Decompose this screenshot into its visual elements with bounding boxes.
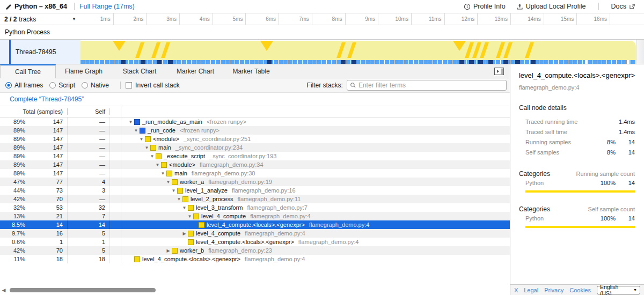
category-square: [188, 239, 194, 245]
collapse-icon[interactable]: ▼: [170, 188, 177, 193]
invert-call-stack-checkbox[interactable]: [126, 82, 132, 88]
row-total-samples: 147: [28, 117, 68, 126]
call-tree-row[interactable]: 47%774▼worker_aflamegraph_demo.py:19: [0, 178, 510, 186]
call-tree-row[interactable]: 8.5%1414level_4_compute.<locals>.<genexp…: [0, 220, 510, 229]
row-total-samples: 73: [28, 186, 68, 195]
call-node: level_4_compute.<locals>.<genexpr>flameg…: [121, 256, 510, 262]
full-range-link[interactable]: Full Range (17ms): [79, 3, 135, 10]
detail-label: Traced self time: [525, 129, 594, 135]
collapse-icon[interactable]: ▼: [138, 137, 145, 142]
language-select[interactable]: English (US) ▼: [597, 286, 640, 294]
docs-button[interactable]: Docs: [608, 3, 639, 10]
collapse-icon[interactable]: ▼: [143, 145, 150, 150]
footer-bar: XLegalPrivacyCookies English (US) ▼: [510, 284, 644, 295]
footer-link-privacy[interactable]: Privacy: [544, 287, 564, 293]
tab-marker-table[interactable]: Marker Table: [223, 64, 279, 78]
horizontal-scrollbar[interactable]: ◀: [0, 286, 513, 294]
collapse-icon[interactable]: ▼: [165, 180, 172, 185]
collapse-icon[interactable]: ▼: [149, 154, 156, 159]
radio-native-label[interactable]: Native: [91, 82, 109, 89]
call-tree-row[interactable]: 11%1818level_4_compute.<locals>.<genexpr…: [0, 255, 510, 263]
activity-graph[interactable]: [80, 41, 636, 60]
footer-link-x[interactable]: X: [514, 287, 518, 293]
row-total-percent: 47%: [0, 178, 28, 186]
marker-slash: [472, 42, 481, 58]
collapse-icon[interactable]: ▼: [175, 197, 182, 202]
collapse-icon[interactable]: ▼: [154, 163, 161, 167]
collapse-icon[interactable]: ▼: [186, 214, 193, 219]
filter-input[interactable]: [358, 82, 503, 89]
sidebar-toggle-button[interactable]: [494, 64, 504, 78]
row-self-samples: 5: [68, 229, 110, 238]
ruler-tick: 7ms: [279, 13, 312, 25]
row-spacer: [110, 143, 121, 152]
radio-script[interactable]: [49, 82, 56, 88]
thread-track[interactable]: Thread-78495: [0, 40, 644, 64]
detail-value: 1.4ms: [616, 129, 635, 135]
upload-profile-button[interactable]: Upload Local Profile: [513, 3, 589, 10]
edit-pencil-icon[interactable]: [5, 3, 12, 10]
scroll-left-arrow-icon[interactable]: ◀: [0, 287, 8, 293]
sample-strip[interactable]: [80, 60, 636, 64]
call-tree-row[interactable]: 89%147—▼_execute_script_sync_coordinator…: [0, 152, 510, 160]
call-tree-row[interactable]: 89%147—▼_run_module_as_main<frozen runpy…: [0, 117, 510, 126]
call-tree-row[interactable]: 44%733▼level_1_analyzeflamegraph_demo.py…: [0, 186, 510, 195]
call-tree-row[interactable]: 89%147—▼main_sync_coordinator.py:234: [0, 143, 510, 152]
collapse-icon[interactable]: ▼: [181, 205, 188, 210]
expand-icon[interactable]: ▶: [165, 248, 172, 253]
footer-link-cookies[interactable]: Cookies: [569, 287, 591, 293]
call-tree-row[interactable]: 9.7%165▶level_4_computeflamegraph_demo.p…: [0, 229, 510, 238]
column-header-self[interactable]: Self: [68, 108, 110, 115]
file-location: flamegraph_demo.py:11: [238, 196, 301, 202]
track-count-dropdown[interactable]: 2 / 2 tracks ▼: [0, 13, 80, 25]
call-node: ▼_run_code<frozen runpy>: [121, 127, 510, 134]
call-tree-row[interactable]: 89%147—▼mainflamegraph_demo.py:30: [0, 169, 510, 178]
expand-icon[interactable]: ▶: [181, 231, 188, 236]
collapse-icon[interactable]: ▼: [127, 120, 134, 124]
tab-marker-chart[interactable]: Marker Chart: [167, 64, 223, 78]
tab-call-tree[interactable]: Call Tree: [0, 64, 56, 78]
scrollbar-thumb[interactable]: [10, 288, 156, 292]
thread-activity-graph[interactable]: [80, 40, 636, 64]
call-tree-row[interactable]: 32%5332▼level_3_transformflamegraph_demo…: [0, 203, 510, 212]
filter-input-box[interactable]: [347, 80, 507, 91]
detail-row: Traced running time1.4ms: [519, 116, 635, 127]
call-tree-row[interactable]: 13%217▼level_4_computeflamegraph_demo.py…: [0, 212, 510, 220]
call-tree-row[interactable]: 89%147—▼<module>flamegraph_demo.py:34: [0, 160, 510, 169]
radio-all-frames-label[interactable]: All frames: [14, 82, 43, 89]
collapse-icon[interactable]: ▼: [133, 128, 140, 133]
tab-flame-graph[interactable]: Flame Graph: [56, 64, 112, 78]
breadcrumb-root-link[interactable]: Complete “Thread-78495”: [10, 95, 84, 103]
ruler-tick: 12ms: [445, 13, 478, 25]
radio-all-frames[interactable]: [5, 82, 12, 88]
radio-native[interactable]: [82, 82, 88, 88]
footer-link-legal[interactable]: Legal: [524, 287, 538, 293]
row-total-samples: 147: [28, 169, 68, 178]
process-track-header[interactable]: Python Process: [0, 25, 644, 40]
radio-script-label[interactable]: Script: [58, 82, 75, 89]
file-location: <frozen runpy>: [207, 119, 246, 125]
invert-call-stack-label[interactable]: Invert call stack: [135, 82, 180, 89]
collapse-icon[interactable]: ▼: [159, 171, 166, 176]
row-total-percent: 89%: [0, 143, 28, 152]
column-header-total[interactable]: Total (samples): [0, 108, 68, 115]
profile-info-button[interactable]: Profile Info: [460, 3, 509, 10]
marker-slash: [347, 42, 356, 58]
call-tree-row[interactable]: 89%147—▼<module>_sync_coordinator.py:251: [0, 135, 510, 143]
file-location: flamegraph_demo.py:23: [208, 247, 272, 254]
dark-sample-segment: [515, 60, 520, 64]
file-location: _sync_coordinator.py:251: [184, 136, 251, 142]
call-tree-row[interactable]: 89%147—▼_run_code<frozen runpy>: [0, 126, 510, 135]
selected-node-title: level_4_compute.<locals>.<genexpr>: [519, 71, 635, 79]
detail-label: Self samples: [525, 149, 594, 156]
category-square: [145, 136, 151, 142]
call-node: ▼main_sync_coordinator.py:234: [121, 144, 510, 151]
category-square: [172, 248, 178, 254]
tab-stack-chart[interactable]: Stack Chart: [112, 64, 167, 78]
call-tree-row[interactable]: 42%705▶worker_bflamegraph_demo.py:23: [0, 246, 510, 255]
thread-track-label[interactable]: Thread-78495: [0, 40, 80, 64]
file-location: flamegraph_demo.py:4: [245, 256, 305, 262]
detail-percent: 8%: [594, 139, 616, 145]
call-tree-row[interactable]: 0.6%11level_4_compute.<locals>.<genexpr>…: [0, 238, 510, 246]
call-tree-row[interactable]: 42%70—▼level_2_processflamegraph_demo.py…: [0, 195, 510, 203]
